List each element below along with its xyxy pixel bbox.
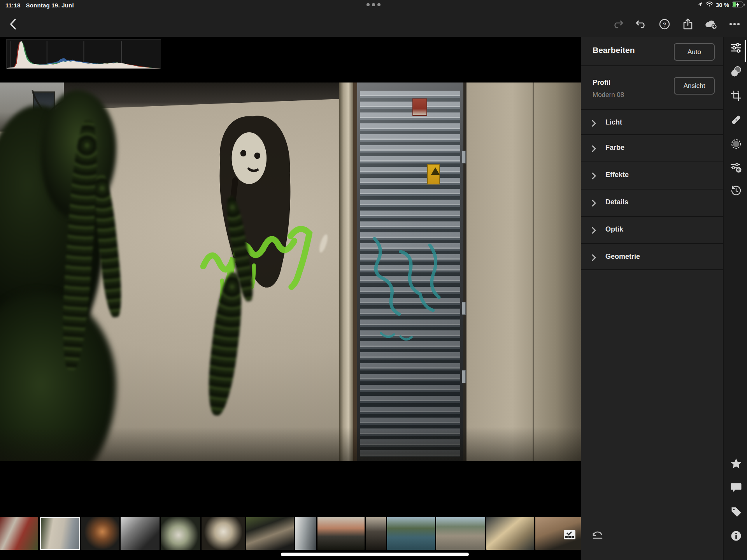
- versions-icon[interactable]: [729, 160, 743, 174]
- filmstrip-thumbnail[interactable]: [535, 517, 581, 550]
- filmstrip-thumbnail[interactable]: [295, 517, 316, 550]
- panel-title: Bearbeiten: [593, 46, 635, 55]
- reset-icon[interactable]: [591, 530, 605, 543]
- photo-wall-corner: [339, 83, 353, 461]
- photo-door-hinge: [462, 302, 466, 315]
- battery-icon: [732, 2, 745, 8]
- more-icon[interactable]: [728, 16, 742, 33]
- filmstrip-thumbnail[interactable]: [161, 517, 200, 550]
- filmstrip-thumbnail[interactable]: [486, 517, 534, 550]
- back-button[interactable]: [5, 16, 21, 32]
- auto-button[interactable]: Auto: [674, 43, 715, 61]
- photo-right-wall: [466, 83, 581, 461]
- undo-icon[interactable]: [634, 16, 648, 33]
- filmstrip-thumbnail[interactable]: [317, 517, 365, 550]
- filmstrip-thumbnail[interactable]: [366, 517, 386, 550]
- section-licht[interactable]: Licht: [581, 110, 723, 135]
- crop-icon[interactable]: [729, 89, 743, 103]
- filmstrip-thumbnail-selected[interactable]: [40, 517, 80, 550]
- section-label: Licht: [605, 118, 622, 126]
- share-icon[interactable]: [681, 16, 695, 33]
- section-optik[interactable]: Optik: [581, 217, 723, 244]
- section-label: Optik: [605, 225, 623, 233]
- edit-panel-header: Bearbeiten Auto: [581, 37, 723, 66]
- cloud-add-icon[interactable]: [704, 16, 718, 33]
- edit-sliders-icon[interactable]: [729, 41, 743, 55]
- masking-icon[interactable]: [729, 137, 743, 151]
- edit-panel: Bearbeiten Auto Profil Modern 08 Ansicht…: [581, 37, 723, 560]
- photo-canvas[interactable]: [0, 83, 581, 461]
- histogram[interactable]: [6, 39, 161, 69]
- tag-icon[interactable]: [729, 505, 743, 519]
- history-icon[interactable]: [729, 184, 743, 198]
- photo-wall-smudge: [318, 233, 329, 253]
- section-farbe[interactable]: Farbe: [581, 135, 723, 162]
- top-bar: 11:18Sonntag 19. Juni 30 %: [0, 0, 747, 37]
- star-icon[interactable]: [729, 456, 743, 470]
- filmstrip-thumbnail[interactable]: [246, 517, 294, 550]
- filmstrip-thumbnail[interactable]: [121, 517, 160, 550]
- status-date: Sonntag 19. Juni: [26, 2, 74, 9]
- status-time-date: 11:18Sonntag 19. Juni: [5, 2, 79, 9]
- location-icon: [697, 1, 703, 8]
- multitask-dots-icon[interactable]: [366, 3, 381, 6]
- photo-teal-graffiti: [361, 181, 459, 400]
- selected-tool-indicator: [745, 40, 746, 62]
- wifi-icon: [706, 1, 713, 8]
- profile-label: Profil: [593, 79, 610, 87]
- photo-door-sign-red: [412, 98, 427, 116]
- profile-view-button[interactable]: Ansicht: [674, 77, 715, 95]
- chevron-right-icon: [592, 172, 596, 181]
- filmstrip-thumbnail[interactable]: [387, 517, 435, 550]
- filmstrip-thumbnail[interactable]: [202, 517, 245, 550]
- section-label: Effekte: [605, 171, 629, 179]
- svg-text:?: ?: [663, 21, 666, 28]
- presets-icon[interactable]: [729, 65, 743, 79]
- chevron-right-icon: [592, 200, 596, 208]
- section-label: Details: [605, 198, 628, 206]
- section-geometrie[interactable]: Geometrie: [581, 244, 723, 270]
- photo-shadow: [0, 427, 581, 461]
- tool-rail: [723, 37, 747, 560]
- section-label: Geometrie: [605, 253, 640, 261]
- profile-row[interactable]: Profil Modern 08 Ansicht: [581, 67, 723, 110]
- section-label: Farbe: [605, 144, 624, 152]
- home-indicator[interactable]: [281, 553, 469, 556]
- comment-icon[interactable]: [729, 481, 743, 495]
- status-time: 11:18: [5, 2, 21, 9]
- chevron-right-icon: [592, 227, 596, 235]
- chevron-right-icon: [592, 120, 596, 128]
- photo-door-hinge: [462, 151, 466, 163]
- profile-value: Modern 08: [593, 91, 624, 99]
- info-icon[interactable]: [729, 529, 743, 543]
- chevron-right-icon: [592, 254, 596, 263]
- help-icon[interactable]: ?: [658, 16, 672, 33]
- filmstrip-thumbnail[interactable]: [81, 517, 119, 550]
- heal-icon[interactable]: [729, 113, 743, 127]
- photo-metal-door: [353, 83, 466, 461]
- chevron-right-icon: [592, 145, 596, 154]
- section-effekte[interactable]: Effekte: [581, 162, 723, 190]
- redo-icon[interactable]: [611, 16, 625, 33]
- filmstrip-thumbnail[interactable]: [0, 517, 38, 550]
- battery-percent: 30 %: [716, 2, 729, 8]
- photo-door-handle: [462, 370, 466, 383]
- section-details[interactable]: Details: [581, 190, 723, 217]
- grid-badge-icon: [564, 530, 575, 539]
- filmstrip-thumbnail[interactable]: [436, 517, 485, 550]
- status-bar: 11:18Sonntag 19. Juni 30 %: [0, 0, 747, 11]
- filmstrip: [0, 517, 581, 550]
